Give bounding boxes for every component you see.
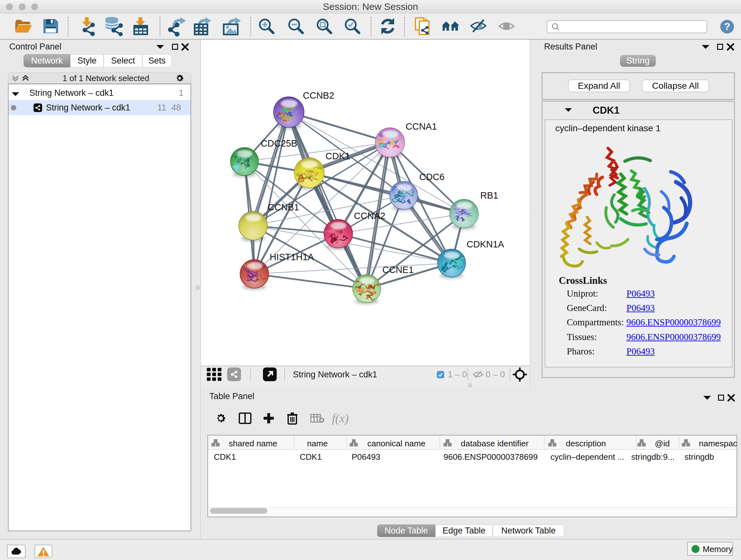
svg-text:CCNB2: CCNB2 [303, 90, 334, 101]
svg-text:RB1: RB1 [480, 190, 498, 200]
svg-text:CDK1: CDK1 [326, 151, 350, 161]
svg-text:CCNB1: CCNB1 [268, 202, 299, 212]
svg-text:CCNA1: CCNA1 [406, 121, 437, 132]
svg-text:CDC6: CDC6 [419, 172, 445, 182]
svg-text:CDKN1A: CDKN1A [467, 239, 504, 249]
svg-text:CDC25B: CDC25B [261, 138, 297, 148]
svg-text:CCNA2: CCNA2 [354, 211, 385, 221]
svg-text:HIST1H1A: HIST1H1A [270, 252, 314, 262]
svg-text:CCNE1: CCNE1 [382, 265, 414, 275]
